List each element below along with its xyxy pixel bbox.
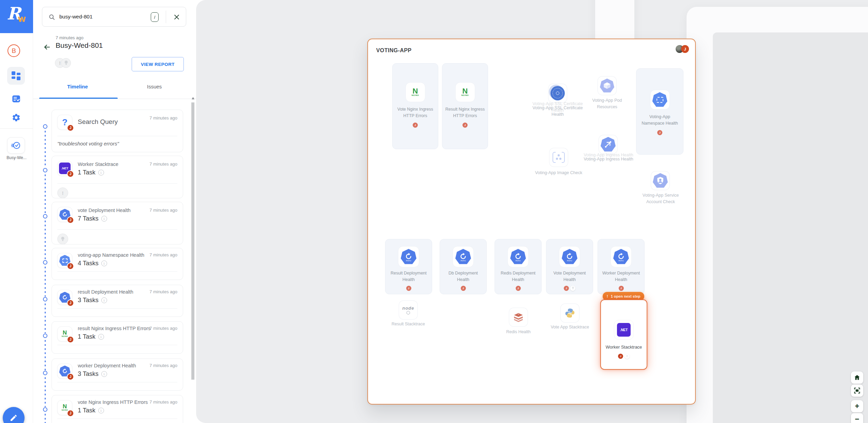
node-namespace-health[interactable]: Voting-App Namespace Health J	[636, 68, 683, 155]
node-image-check-icon[interactable]	[549, 148, 568, 167]
workspace-busy-wed-icon[interactable]	[7, 137, 25, 154]
timeline-card-vote-nginx[interactable]: NNGINX J vote Nginx Ingress HTTP Errors …	[52, 395, 183, 423]
tab-timeline[interactable]: Timeline	[67, 84, 88, 89]
j-avatar[interactable]: J	[681, 45, 689, 53]
info-icon[interactable]: i	[98, 408, 104, 413]
node-result-stacktrace-label[interactable]: Result Stacktrace	[383, 321, 434, 327]
map-home-button[interactable]	[851, 371, 863, 384]
j-badge: J	[618, 354, 623, 359]
node-vote-nginx-ingress[interactable]: NNGINX Vote Nginx Ingress HTTP Errors J	[392, 63, 438, 149]
card-divider	[57, 382, 177, 382]
node-result-stacktrace-icon[interactable]: node	[399, 300, 418, 320]
voting-app-map[interactable]: VOTING-APP J NNGINX Vote Nginx Ingress H…	[367, 39, 696, 405]
timeline-card-search-query[interactable]: ? J Search Query 7 minutes ago "troubles…	[52, 110, 183, 152]
info-icon[interactable]: i	[101, 260, 107, 266]
org-avatar-b[interactable]: B	[8, 44, 20, 57]
map-avatars[interactable]: J	[676, 45, 689, 53]
nginx-icon: NNGINX	[406, 82, 425, 102]
timeline-node	[43, 407, 47, 412]
search-box[interactable]: busy-wed-801 /	[42, 7, 186, 27]
node-db-deploy[interactable]: deploy Db Deployment Health J	[440, 239, 487, 294]
node-ingress-health-icon[interactable]	[599, 135, 618, 154]
node-service-account-label[interactable]: Voting-App Service Account Check	[635, 192, 687, 206]
timeline-rail	[45, 221, 46, 260]
timeline-rail	[45, 377, 46, 407]
timeline-node	[43, 297, 47, 301]
node-label: Redis Deployment Health	[499, 270, 537, 283]
task-count[interactable]: 7 Tasksi	[78, 215, 107, 222]
task-count[interactable]: 1 Taski	[78, 333, 104, 340]
search-input[interactable]: busy-wed-801	[59, 14, 92, 20]
bulb-chip[interactable]	[57, 234, 68, 244]
back-arrow-icon[interactable]	[43, 43, 51, 51]
timeline-rail	[45, 267, 46, 297]
node-service-account-icon[interactable]	[651, 171, 670, 190]
view-report-button[interactable]: VIEW REPORT	[132, 57, 184, 71]
card-divider	[57, 345, 177, 345]
timeline-node	[43, 214, 47, 218]
map-zoom-out-button[interactable]: −	[851, 413, 863, 423]
tab-issues[interactable]: Issues	[147, 84, 162, 89]
timeline-card-worker-deploy[interactable]: J worker Deployment Health 7 minutes ago…	[52, 358, 183, 391]
task-count[interactable]: 3 Tasksi	[78, 297, 107, 304]
node-worker-stacktrace[interactable]: .NET Worker Stacktrace J !	[600, 299, 647, 370]
left-icon-rail: R w B Busy-We...	[0, 0, 33, 423]
node-worker-deploy[interactable]: deploy Worker Deployment Health J	[598, 239, 645, 294]
node-result-nginx-ingress[interactable]: NNGINX Result Nginx Ingress HTTP Errors …	[442, 63, 488, 149]
exclamation-chip[interactable]: !	[57, 187, 68, 198]
j-badge: J	[619, 286, 624, 291]
info-icon[interactable]: i	[98, 170, 104, 175]
bulb-badge	[570, 286, 575, 291]
node-redis-health-icon[interactable]	[509, 308, 528, 327]
task-count[interactable]: 3 Tasksi	[78, 370, 107, 378]
task-count[interactable]: 1 Taski	[78, 169, 104, 176]
nav-dashboard-icon[interactable]	[7, 67, 25, 85]
info-icon[interactable]: i	[98, 334, 104, 340]
map-fit-screen-button[interactable]	[851, 384, 863, 397]
map-zoom-in-button[interactable]: +	[851, 400, 863, 412]
node-redis-health-label[interactable]: Redis Health	[493, 329, 544, 335]
info-icon[interactable]: i	[101, 216, 107, 222]
node-vote-stacktrace-icon[interactable]	[560, 304, 579, 323]
j-badge: J	[67, 263, 74, 270]
panel-scrollbar[interactable]	[191, 102, 194, 380]
timeline-card-vote-deploy[interactable]: J vote Deployment Health 7 minutes ago 7…	[52, 202, 183, 244]
j-badge: J	[67, 373, 74, 380]
report-time-ago: 7 minutes ago	[56, 35, 84, 40]
exclamation-badge: !	[624, 354, 630, 359]
nav-settings-icon[interactable]	[12, 113, 21, 122]
timeline-card-result-deploy[interactable]: J result Deployment Health 7 minutes ago…	[52, 285, 183, 317]
timeline-card-result-nginx[interactable]: NNGINX J result Nginx Ingress HTTP Error…	[52, 321, 183, 354]
node-vote-stacktrace-label[interactable]: Vote App Stacktrace	[544, 324, 595, 330]
scrollbar-up-arrow[interactable]	[192, 97, 194, 99]
node-redis-deploy[interactable]: deploy Redis Deployment Health J	[495, 239, 542, 294]
node-label: Vote Nginx Ingress HTTP Errors	[395, 106, 436, 119]
info-icon[interactable]: i	[101, 371, 107, 377]
card-time: 7 minutes ago	[149, 161, 177, 167]
pill-label: 1 open next step	[611, 294, 641, 298]
card-time: 7 minutes ago	[149, 326, 177, 331]
node-vote-deploy[interactable]: deploy Vote Deployment Health J	[546, 239, 593, 294]
node-result-deploy[interactable]: deploy Result Deployment Health J	[385, 239, 432, 294]
search-divider	[166, 11, 166, 23]
clear-search-icon[interactable]	[173, 14, 180, 20]
timeline-card-worker-stacktrace[interactable]: .NET J Worker Stacktrace 7 minutes ago 1…	[52, 156, 183, 198]
task-count[interactable]: 4 Tasksi	[78, 260, 107, 267]
j-badge: J	[413, 123, 418, 128]
timeline-card-namespace[interactable]: J voting-app Namespace Health 7 minutes …	[52, 248, 183, 280]
node-image-check-label[interactable]: Voting-App Image Check	[533, 170, 584, 176]
node-pod-resources-icon[interactable]	[598, 76, 617, 95]
nav-tasks-icon[interactable]	[12, 94, 21, 103]
timeline-rail	[45, 174, 46, 214]
node-ssl-cert-label[interactable]: Voting-App SSL Certificate Health	[532, 105, 583, 118]
info-icon[interactable]: i	[101, 297, 107, 303]
runwhen-logo[interactable]: R w	[0, 0, 33, 33]
node-ssl-cert-icon[interactable]	[548, 84, 567, 103]
card-divider	[57, 419, 177, 419]
bulb-status-icon[interactable]	[61, 58, 71, 68]
node-pod-resources-label[interactable]: Voting-App Pod Resources	[582, 97, 633, 111]
node-ingress-health-label[interactable]: Voting-App Ingress Health	[583, 156, 634, 163]
edit-fab-button[interactable]	[3, 407, 25, 423]
card-title: vote Deployment Health	[78, 208, 131, 213]
task-count[interactable]: 1 Taski	[78, 407, 104, 414]
